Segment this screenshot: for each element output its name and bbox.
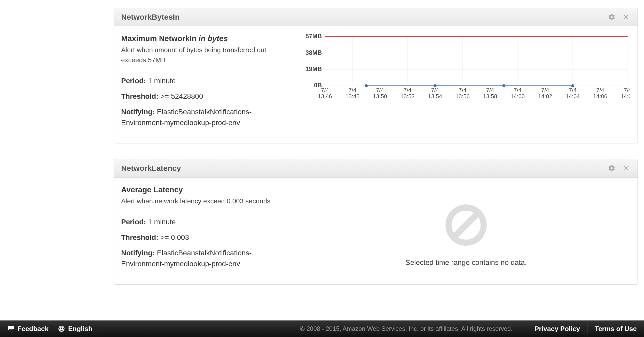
panel-header: NetworkBytesIn [114, 8, 638, 26]
svg-point-45 [365, 84, 368, 87]
panel-title: NetworkLatency [121, 164, 181, 173]
line-chart: 57MB38MB19MB0B7/413:467/413:487/413:507/… [302, 34, 630, 101]
close-icon[interactable] [622, 164, 630, 172]
svg-text:7/4: 7/4 [624, 87, 630, 93]
period-label: Period: [121, 77, 146, 85]
main-content: NetworkBytesIn Maximum NetworkIn in byte… [0, 0, 644, 285]
privacy-policy-link[interactable]: Privacy Policy [535, 325, 580, 333]
metric-title: Maximum NetworkIn in bytes [121, 34, 292, 43]
threshold-label: Threshold: [121, 233, 159, 241]
svg-text:14:02: 14:02 [538, 93, 552, 99]
alarm-details: Average Latency Alert when network laten… [121, 185, 292, 274]
notifying-row: Notifying: ElasticBeanstalkNotifications… [121, 106, 292, 128]
svg-text:14:06: 14:06 [593, 93, 607, 99]
footer-divider [527, 324, 527, 333]
svg-point-48 [571, 84, 574, 87]
svg-point-47 [502, 84, 505, 87]
footer-left: Feedback English [7, 325, 92, 333]
no-data-icon [444, 203, 488, 248]
metric-name: Average Latency [121, 185, 183, 194]
footer-divider [587, 324, 587, 333]
metric-description: Alert when network latency exceed 0.003 … [121, 196, 292, 206]
metric-title: Average Latency [121, 185, 292, 194]
threshold-row: Threshold: >= 52428800 [121, 91, 292, 102]
copyright-text: © 2008 - 2015, Amazon Web Services, Inc.… [300, 325, 513, 332]
svg-text:38MB: 38MB [305, 49, 322, 56]
svg-text:7/4: 7/4 [431, 87, 439, 93]
gear-icon[interactable] [608, 164, 616, 172]
language-label: English [68, 325, 92, 333]
panel-body: Average Latency Alert when network laten… [114, 178, 638, 284]
svg-text:7/4: 7/4 [569, 87, 577, 93]
svg-text:57MB: 57MB [305, 34, 322, 40]
notifying-row: Notifying: ElasticBeanstalkNotifications… [121, 248, 292, 269]
svg-text:13:46: 13:46 [318, 93, 332, 99]
svg-text:7/4: 7/4 [541, 87, 549, 93]
panel-actions [608, 13, 630, 21]
threshold-value: >= 0.003 [159, 233, 189, 241]
svg-text:13:56: 13:56 [455, 93, 470, 99]
feedback-button[interactable]: Feedback [7, 325, 49, 333]
alarm-panel-networkbytesin: NetworkBytesIn Maximum NetworkIn in byte… [114, 8, 638, 143]
panel-title: NetworkBytesIn [121, 13, 180, 21]
threshold-value: >= 52428800 [159, 92, 203, 100]
language-selector[interactable]: English [58, 325, 92, 333]
svg-text:7/4: 7/4 [596, 87, 604, 93]
chart-area: Selected time range contains no data. [302, 185, 630, 274]
alarm-details: Maximum NetworkIn in bytes Alert when am… [121, 34, 292, 133]
svg-text:14:00: 14:00 [511, 93, 525, 99]
notifying-label: Notifying: [121, 249, 155, 257]
svg-line-50 [455, 213, 477, 236]
svg-text:7/4: 7/4 [349, 87, 356, 93]
svg-text:7/4: 7/4 [321, 87, 329, 93]
svg-text:19MB: 19MB [305, 65, 322, 72]
svg-text:14:04: 14:04 [566, 93, 580, 99]
svg-text:13:58: 13:58 [483, 93, 497, 99]
svg-text:7/4: 7/4 [514, 87, 521, 93]
svg-text:7/4: 7/4 [486, 87, 494, 93]
no-data-placeholder: Selected time range contains no data. [302, 185, 630, 274]
chart-area: 57MB38MB19MB0B7/413:467/413:487/413:507/… [302, 34, 630, 133]
period-row: Period: 1 minute [121, 75, 292, 86]
no-data-text: Selected time range contains no data. [405, 258, 527, 267]
footer-bar: Feedback English © 2008 - 2015, Amazon W… [0, 320, 644, 337]
period-value: 1 minute [146, 77, 176, 85]
svg-text:13:48: 13:48 [345, 93, 360, 99]
chart-svg: 57MB38MB19MB0B7/413:467/413:487/413:507/… [302, 34, 630, 101]
threshold-row: Threshold: >= 0.003 [121, 232, 292, 243]
alarm-panel-networklatency: NetworkLatency Average Latency Alert whe… [114, 159, 638, 285]
close-icon[interactable] [622, 13, 630, 21]
panel-body: Maximum NetworkIn in bytes Alert when am… [114, 26, 638, 143]
period-label: Period: [121, 218, 146, 226]
svg-text:7/4: 7/4 [376, 87, 384, 93]
svg-point-46 [434, 84, 437, 87]
period-row: Period: 1 minute [121, 217, 292, 227]
metric-unit: in bytes [199, 34, 228, 43]
svg-text:13:54: 13:54 [428, 93, 442, 99]
metric-description: Alert when amount of bytes being transfe… [121, 45, 292, 65]
svg-text:0B: 0B [314, 82, 322, 89]
svg-text:7/4: 7/4 [404, 87, 411, 93]
svg-text:13:52: 13:52 [400, 93, 415, 99]
svg-text:14:08: 14:08 [621, 93, 630, 99]
period-value: 1 minute [146, 218, 176, 226]
svg-text:7/4: 7/4 [459, 87, 466, 93]
panel-actions [608, 164, 630, 172]
svg-text:13:50: 13:50 [373, 93, 387, 99]
threshold-label: Threshold: [121, 92, 159, 100]
feedback-label: Feedback [18, 325, 49, 333]
gear-icon[interactable] [608, 13, 616, 21]
notifying-label: Notifying: [121, 108, 155, 116]
panel-header: NetworkLatency [114, 159, 638, 178]
terms-of-use-link[interactable]: Terms of Use [595, 325, 637, 333]
metric-name: Maximum NetworkIn [121, 34, 199, 43]
